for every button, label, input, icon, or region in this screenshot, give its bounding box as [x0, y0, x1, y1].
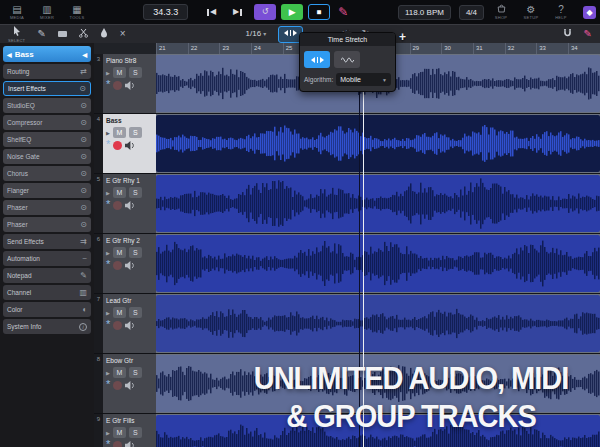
- stop-button[interactable]: ◼: [308, 4, 330, 20]
- goto-start-button[interactable]: ◀: [200, 4, 222, 20]
- freeze-icon[interactable]: *: [106, 382, 110, 389]
- track-fold-icon[interactable]: ▶: [106, 430, 110, 436]
- mute-tool[interactable]: ×: [120, 26, 126, 43]
- solo-button[interactable]: S: [129, 187, 142, 198]
- track-lane-bass[interactable]: [156, 114, 600, 174]
- notepad-section[interactable]: Notepad ✎: [3, 268, 91, 283]
- draw-tool[interactable]: ✎: [37, 26, 45, 43]
- solo-button[interactable]: S: [129, 307, 142, 318]
- audio-clip[interactable]: [156, 235, 600, 292]
- mute-button[interactable]: M: [113, 67, 126, 78]
- setup-button[interactable]: ⚙ SETUP: [518, 1, 544, 23]
- effect-slot-noise-gate[interactable]: Noise Gate⊙: [3, 149, 91, 164]
- track-header-egtr-rhy2[interactable]: 6 E Gtr Rhy 2 ▶ M S *: [94, 234, 156, 294]
- solo-button[interactable]: S: [129, 367, 142, 378]
- monitor-speaker-icon[interactable]: [125, 381, 135, 390]
- track-header-lead-gtr[interactable]: 7 Lead Gtr ▶ M S *: [94, 294, 156, 354]
- track-lane-egtr-rhy2[interactable]: [156, 234, 600, 294]
- stretch-mode-button[interactable]: [304, 51, 330, 68]
- monitor-speaker-icon[interactable]: [125, 141, 135, 150]
- track-fold-icon[interactable]: ▶: [106, 250, 110, 256]
- glue-tool[interactable]: [100, 26, 108, 43]
- effect-slot-studioeq[interactable]: StudioEQ⊙: [3, 98, 91, 113]
- freeze-icon[interactable]: *: [106, 262, 110, 269]
- effect-slot-chorus[interactable]: Chorus⊙: [3, 166, 91, 181]
- insert-effects-section[interactable]: Insert Effects ⊙: [3, 81, 91, 96]
- freeze-icon[interactable]: *: [106, 322, 110, 329]
- mute-button[interactable]: M: [113, 187, 126, 198]
- audio-clip[interactable]: [156, 115, 600, 172]
- mute-button[interactable]: M: [113, 247, 126, 258]
- track-fold-icon[interactable]: ▶: [106, 130, 110, 136]
- mute-button[interactable]: M: [113, 427, 126, 438]
- mute-button[interactable]: M: [113, 367, 126, 378]
- mixer-button[interactable]: ▥ MIXER: [34, 1, 60, 23]
- arrange-area[interactable]: 2122232425262728293031323334: [156, 43, 600, 447]
- freeze-icon[interactable]: *: [106, 202, 110, 209]
- undo-transport-button[interactable]: ↺: [254, 4, 276, 20]
- effect-slot-flanger[interactable]: Flanger⊙: [3, 183, 91, 198]
- effect-slot-compressor[interactable]: Compressor⊙: [3, 115, 91, 130]
- record-arm-button[interactable]: [113, 201, 122, 210]
- system-info-section[interactable]: System Info i: [3, 319, 91, 334]
- monitor-speaker-icon[interactable]: [125, 81, 135, 90]
- record-button[interactable]: ✎: [335, 4, 351, 20]
- song-position-display[interactable]: 34.3.3: [143, 4, 188, 20]
- record-arm-button[interactable]: [113, 381, 122, 390]
- track-header-egtr-rhy1[interactable]: 5 E Gtr Rhy 1 ▶ M S *: [94, 174, 156, 234]
- freeze-icon[interactable]: *: [106, 82, 110, 89]
- track-header-egtr-fills[interactable]: 9 E Gtr Fills ▶ M S *: [94, 414, 156, 447]
- track-fold-icon[interactable]: ▶: [106, 190, 110, 196]
- channel-section[interactable]: Channel ▥: [3, 285, 91, 300]
- snap-value-dropdown[interactable]: 1/16 ▾: [246, 26, 267, 43]
- effect-slot-shelfeq[interactable]: ShelfEQ⊙: [3, 132, 91, 147]
- track-header-ebow-gtr[interactable]: 8 Ebow Gtr ▶ M S *: [94, 354, 156, 414]
- solo-button[interactable]: S: [129, 127, 142, 138]
- tools-button[interactable]: ▦ TOOLS: [64, 1, 90, 23]
- popup-header[interactable]: Time Stretch +: [300, 33, 395, 46]
- track-lane-egtr-rhy1[interactable]: [156, 174, 600, 234]
- freeze-icon[interactable]: *: [106, 142, 110, 149]
- audio-clip[interactable]: [156, 175, 600, 232]
- track-lane-lead-gtr[interactable]: [156, 294, 600, 354]
- monitor-speaker-icon[interactable]: [125, 201, 135, 210]
- record-arm-button[interactable]: [113, 321, 122, 330]
- automation-section[interactable]: Automation ~: [3, 251, 91, 266]
- color-section[interactable]: Color ◐: [3, 302, 91, 317]
- audio-clip[interactable]: [156, 295, 600, 352]
- erase-tool[interactable]: [58, 26, 67, 43]
- help-button[interactable]: ? HELP: [548, 1, 574, 23]
- magnet-tool[interactable]: [563, 26, 572, 43]
- track-header-piano[interactable]: 3 Piano Str8 ▶ M S *: [94, 54, 156, 114]
- record-arm-button[interactable]: [113, 141, 122, 150]
- monitor-speaker-icon[interactable]: [125, 321, 135, 330]
- track-fold-icon[interactable]: ▶: [106, 70, 110, 76]
- mute-button[interactable]: M: [113, 307, 126, 318]
- monitor-speaker-icon[interactable]: [125, 261, 135, 270]
- app-badge-icon[interactable]: ◆: [583, 6, 596, 19]
- move-handle-icon[interactable]: +: [399, 30, 406, 44]
- record-arm-button[interactable]: [113, 261, 122, 270]
- media-button[interactable]: ▤ MEDIA: [4, 1, 30, 23]
- routing-section[interactable]: Routing ⇄: [3, 64, 91, 79]
- play-button[interactable]: ▶: [281, 4, 303, 20]
- effect-slot-phaser-1[interactable]: Phaser⊙: [3, 200, 91, 215]
- split-tool[interactable]: [79, 26, 88, 43]
- pen-tool[interactable]: ✎: [584, 26, 592, 43]
- select-tool[interactable]: SELECT: [8, 26, 25, 43]
- mute-button[interactable]: M: [113, 127, 126, 138]
- record-arm-button[interactable]: [113, 81, 122, 90]
- solo-button[interactable]: S: [129, 67, 142, 78]
- shop-button[interactable]: SHOP: [488, 1, 514, 23]
- send-effects-section[interactable]: Send Effects ⇉: [3, 234, 91, 249]
- solo-button[interactable]: S: [129, 427, 142, 438]
- monitor-speaker-icon[interactable]: [125, 441, 135, 447]
- time-signature-display[interactable]: 4/4: [459, 5, 484, 20]
- track-fold-icon[interactable]: ▶: [106, 370, 110, 376]
- inspector-track-header[interactable]: ◀ Bass ◀: [3, 46, 91, 62]
- goto-end-button[interactable]: ▶: [227, 4, 249, 20]
- track-fold-icon[interactable]: ▶: [106, 310, 110, 316]
- freeze-icon[interactable]: *: [106, 442, 110, 447]
- track-header-bass[interactable]: 4 Bass ▶ M S *: [94, 114, 156, 174]
- effect-slot-phaser-2[interactable]: Phaser⊙: [3, 217, 91, 232]
